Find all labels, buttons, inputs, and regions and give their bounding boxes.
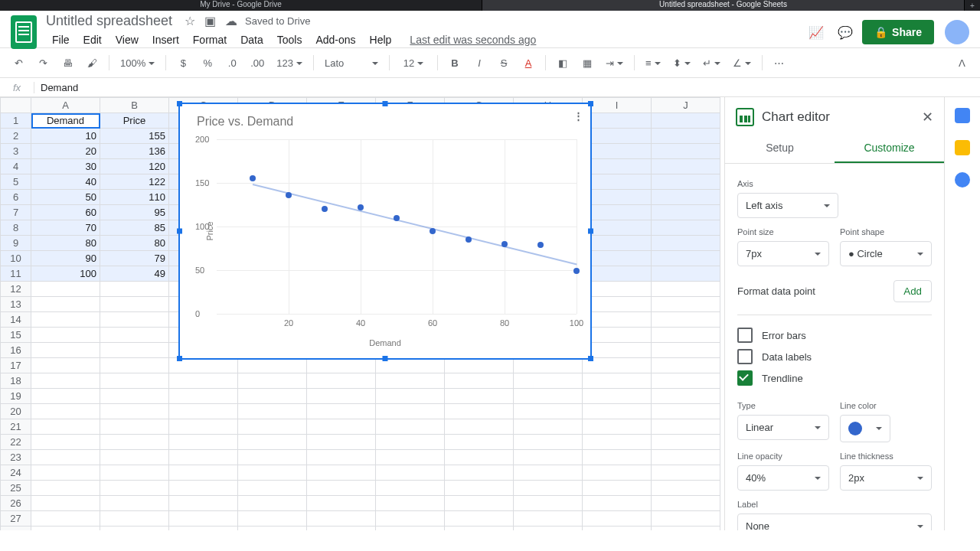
chart-editor-panel: Chart editor ✕ Setup Customize Axis Left… [724, 97, 944, 530]
lock-icon: 🔒 [874, 26, 887, 38]
star-icon[interactable]: ☆ [185, 14, 195, 28]
dec-decrease-button[interactable]: .0 [221, 54, 243, 72]
datalabels-checkbox[interactable]: Data labels [737, 349, 932, 364]
tasks-icon[interactable] [955, 172, 970, 187]
last-edit[interactable]: Last edit was seconds ago [403, 31, 542, 49]
chart-xlabel: Demand [180, 338, 590, 347]
sheets-logo-icon[interactable] [11, 15, 37, 49]
chart-menu-icon[interactable]: ⋮ [573, 110, 583, 122]
opacity-select[interactable]: 40% [737, 465, 829, 491]
trendline-checkbox[interactable]: Trendline ↖ [737, 370, 932, 386]
percent-button[interactable]: % [197, 54, 218, 72]
fontsize-select[interactable]: 12 [396, 54, 431, 72]
title-bar: Untitled spreadsheet ☆ ▣ ☁ Saved to Driv… [0, 11, 980, 47]
save-status: Saved to Drive [245, 15, 310, 27]
menu-format[interactable]: Format [187, 31, 233, 49]
panel-title: Chart editor [762, 109, 830, 125]
collapse-toolbar-icon[interactable]: ᐱ [951, 54, 972, 72]
linecolor-label: Line color [840, 401, 932, 410]
type-label: Type [737, 401, 829, 410]
menu-view[interactable]: View [109, 31, 145, 49]
opacity-label: Line opacity [737, 452, 829, 461]
avatar[interactable] [945, 20, 969, 44]
chart[interactable]: ⋮ Price vs. Demand Price 050100150200204… [178, 103, 592, 360]
spreadsheet-grid[interactable]: ABCDEFGHIJ1DemandPrice210155320136430120… [0, 97, 724, 530]
undo-icon[interactable]: ↶ [8, 54, 29, 72]
cloud-icon: ☁ [225, 14, 237, 28]
chart-editor-icon [736, 108, 754, 126]
pointsize-label: Point size [737, 227, 829, 236]
text-color-button[interactable]: A [518, 54, 539, 72]
add-button[interactable]: Add [893, 280, 932, 302]
linecolor-select[interactable] [840, 415, 890, 442]
new-tab-button[interactable]: + [965, 2, 980, 10]
close-icon[interactable]: ✕ [922, 109, 933, 126]
format-datapoint-label: Format data point [737, 285, 815, 297]
tab-customize[interactable]: Customize [835, 134, 944, 163]
browser-tabbar: My Drive - Google Drive Untitled spreads… [0, 0, 980, 11]
wrap-icon[interactable]: ↵ [698, 54, 725, 72]
menu-help[interactable]: Help [364, 31, 398, 49]
pointsize-select[interactable]: 7px [737, 241, 829, 266]
borders-icon[interactable]: ▦ [577, 54, 598, 72]
label-select[interactable]: None [737, 514, 932, 530]
menu-insert[interactable]: Insert [146, 31, 185, 49]
tab-setup[interactable]: Setup [725, 134, 835, 163]
comments-icon[interactable]: 💬 [838, 25, 853, 40]
errorbars-checkbox[interactable]: Error bars [737, 328, 932, 343]
label-label: Label [737, 500, 932, 509]
share-button[interactable]: 🔒 Share [862, 20, 934, 44]
print-icon[interactable]: 🖶 [57, 54, 78, 72]
doc-title[interactable]: Untitled spreadsheet [46, 13, 172, 29]
menu-bar: File Edit View Insert Format Data Tools … [46, 29, 547, 52]
pointshape-select[interactable]: ● Circle [840, 241, 932, 266]
chart-title: Price vs. Demand [180, 104, 590, 133]
paint-format-icon[interactable]: 🖌 [81, 54, 103, 72]
axis-label: Axis [737, 179, 932, 188]
fx-value[interactable]: Demand [34, 82, 78, 93]
toolbar: ↶ ↷ 🖶 🖌 100% $ % .0 .00 123 Lato 12 B I … [0, 47, 980, 78]
pointshape-label: Point shape [840, 227, 932, 236]
more-formats-button[interactable]: 123 [272, 54, 307, 72]
thickness-label: Line thickness [840, 452, 932, 461]
valign-icon[interactable]: ⬍ [668, 54, 695, 72]
type-select[interactable]: Linear [737, 415, 829, 440]
menu-addons[interactable]: Add-ons [309, 31, 361, 49]
menu-data[interactable]: Data [234, 31, 270, 49]
side-rail [944, 97, 980, 530]
thickness-select[interactable]: 2px [840, 465, 932, 491]
move-icon[interactable]: ▣ [204, 14, 216, 28]
bold-button[interactable]: B [444, 54, 466, 72]
menu-edit[interactable]: Edit [77, 31, 108, 49]
activity-icon[interactable]: 📈 [808, 25, 824, 40]
currency-button[interactable]: $ [172, 54, 194, 72]
axis-select[interactable]: Left axis [737, 193, 838, 218]
formula-bar: fx Demand [0, 78, 980, 97]
halign-icon[interactable]: ≡ [641, 54, 665, 72]
menu-tools[interactable]: Tools [271, 31, 309, 49]
zoom-select[interactable]: 100% [116, 54, 159, 72]
more-icon[interactable]: ⋯ [769, 54, 790, 72]
merge-icon[interactable]: ⇥ [601, 54, 628, 72]
browser-tab[interactable]: Untitled spreadsheet - Google Sheets [482, 0, 965, 11]
keep-icon[interactable] [955, 140, 970, 155]
browser-tab[interactable]: My Drive - Google Drive [0, 0, 482, 11]
fx-label: fx [0, 82, 34, 93]
chart-plot-area: 05010015020020406080100 [217, 139, 577, 314]
redo-icon[interactable]: ↷ [32, 54, 54, 72]
dec-increase-button[interactable]: .00 [246, 54, 269, 72]
strike-button[interactable]: S [493, 54, 514, 72]
calendar-icon[interactable] [955, 108, 970, 123]
menu-file[interactable]: File [46, 31, 76, 49]
fill-color-icon[interactable]: ◧ [552, 54, 573, 72]
rotate-icon[interactable]: ∠ [728, 54, 756, 72]
font-select[interactable]: Lato [320, 54, 383, 72]
italic-button[interactable]: I [469, 54, 490, 72]
